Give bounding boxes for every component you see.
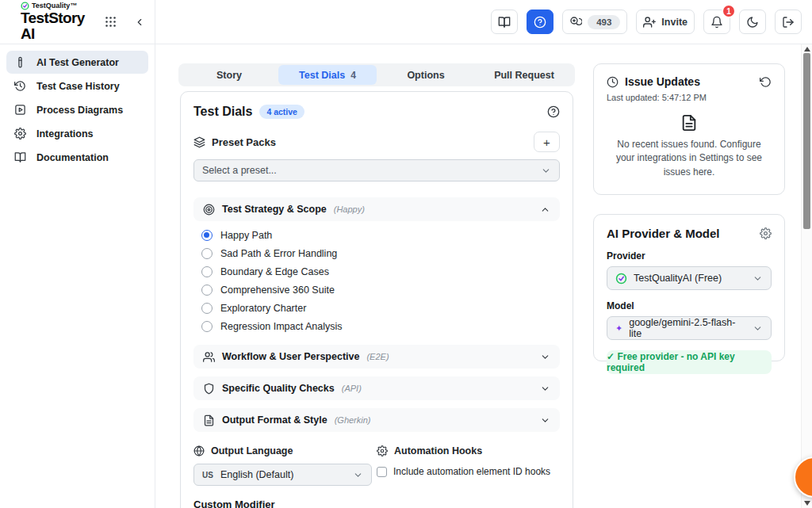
provider-select[interactable]: TestQualityAI (Free) <box>607 266 772 290</box>
tab-label: Story <box>216 70 242 81</box>
brand-small-label: TestQuality™ <box>32 2 77 10</box>
sidebar-item-integrations[interactable]: Integrations <box>6 122 148 145</box>
radio-input[interactable] <box>201 248 213 259</box>
section-title: Specific Quality Checks <box>222 383 335 394</box>
provider-settings-button[interactable] <box>760 227 772 239</box>
chevron-down-icon <box>540 384 550 394</box>
language-flag-prefix: US <box>202 471 213 479</box>
active-count-badge: 4 active <box>259 105 304 119</box>
invite-label: Invite <box>661 17 688 28</box>
ai-provider-card: AI Provider & Model Provider TestQuality… <box>593 214 785 361</box>
brand-logo[interactable]: TestQuality™ TestStory AI <box>21 2 90 42</box>
testquality-logo-icon <box>615 273 627 285</box>
section-workflow-user-perspective[interactable]: Workflow & User Perspective (E2E) <box>193 345 560 369</box>
sidebar-item-label: Documentation <box>36 152 109 163</box>
scrollbar-up-arrow[interactable] <box>804 47 810 52</box>
radio-input[interactable] <box>201 303 213 314</box>
chevron-down-icon <box>541 166 551 176</box>
automation-hooks-checkbox[interactable] <box>377 467 387 477</box>
model-select[interactable]: ✦ google/gemini-2.5-flash-lite <box>607 316 772 340</box>
theme-toggle-button[interactable] <box>739 10 766 34</box>
radio-input[interactable] <box>201 230 213 241</box>
radio-input[interactable] <box>201 285 213 296</box>
scrollbar-thumb[interactable] <box>803 53 810 229</box>
provider-value: TestQualityAI (Free) <box>634 273 722 284</box>
radio-label: Regression Impact Analysis <box>220 321 343 332</box>
section-test-strategy-scope[interactable]: Test Strategy & Scope (Happy) <box>193 197 560 221</box>
section-output-format-style[interactable]: Output Format & Style (Gherkin) <box>193 408 560 432</box>
target-icon <box>203 204 215 216</box>
tab-label: Pull Request <box>494 70 554 81</box>
docs-button[interactable] <box>491 10 518 34</box>
apps-grid-button[interactable] <box>102 13 120 31</box>
radio-option-exploratory-charter[interactable]: Exploratory Charter <box>201 299 560 317</box>
radio-input[interactable] <box>201 321 213 332</box>
radio-option-sad-path[interactable]: Sad Path & Error Handling <box>201 244 560 262</box>
logout-button[interactable] <box>775 10 802 34</box>
add-preset-button[interactable]: + <box>534 132 560 152</box>
strategy-radio-group: Happy Path Sad Path & Error Handling Bou… <box>193 221 560 338</box>
invite-button[interactable]: Invite <box>636 10 695 34</box>
notification-badge: 1 <box>722 4 736 18</box>
sidebar-nav: AI Test Generator Test Case History Proc… <box>0 44 155 508</box>
gear-icon <box>760 227 772 239</box>
tab-label: Test Dials <box>299 70 345 81</box>
tab-pull-request[interactable]: Pull Request <box>475 65 573 85</box>
tab-story[interactable]: Story <box>180 65 278 85</box>
refresh-icon <box>760 76 772 88</box>
globe-icon <box>193 445 205 456</box>
custom-modifier-label: Custom Modifier <box>193 498 560 508</box>
chevron-up-icon <box>540 204 550 215</box>
section-title: Output Format & Style <box>222 414 327 426</box>
panel-help-button[interactable] <box>547 105 560 118</box>
scrollbar-down-arrow[interactable] <box>804 501 810 506</box>
sidebar-collapse-button[interactable] <box>131 13 148 31</box>
radio-label: Exploratory Charter <box>220 303 306 314</box>
tab-bar: Story Test Dials 4 Options Pull Request <box>178 63 575 86</box>
tab-options[interactable]: Options <box>377 65 475 85</box>
model-label: Model <box>607 300 772 311</box>
sidebar-item-process-diagrams[interactable]: Process Diagrams <box>6 98 148 121</box>
help-icon <box>547 105 560 118</box>
help-button[interactable] <box>527 10 553 34</box>
ai-provider-title: AI Provider & Model <box>607 227 720 240</box>
sidebar-item-ai-test-generator[interactable]: AI Test Generator <box>6 51 148 74</box>
book-icon <box>14 151 26 163</box>
grid-icon <box>105 16 117 28</box>
radio-option-comprehensive-360[interactable]: Comprehensive 360 Suite <box>201 281 560 299</box>
sidebar-item-documentation[interactable]: Documentation <box>6 146 148 169</box>
automation-hooks-checkbox-row[interactable]: Include automation element ID hooks <box>377 466 560 477</box>
app-header: TestQuality™ TestStory AI <box>0 0 812 44</box>
book-icon <box>498 16 511 29</box>
output-language-select[interactable]: US English (Default) <box>193 464 372 486</box>
refresh-button[interactable] <box>760 76 772 88</box>
radio-label: Comprehensive 360 Suite <box>220 285 335 296</box>
radio-option-regression-impact[interactable]: Regression Impact Analysis <box>201 317 560 335</box>
notifications-button[interactable]: 1 <box>703 10 730 34</box>
section-specific-quality-checks[interactable]: Specific Quality Checks (API) <box>193 376 560 400</box>
chevron-down-icon <box>753 323 763 334</box>
section-title: Workflow & User Perspective <box>222 351 359 362</box>
radio-label: Happy Path <box>220 230 272 241</box>
brand-title: TestStory AI <box>21 10 90 42</box>
moon-icon <box>746 16 759 29</box>
sidebar-item-test-case-history[interactable]: Test Case History <box>6 74 148 97</box>
chevron-down-icon <box>753 273 763 284</box>
radio-option-happy-path[interactable]: Happy Path <box>201 226 560 244</box>
radio-label: Sad Path & Error Handling <box>220 248 337 259</box>
panel-title: Test Dials <box>193 105 252 119</box>
gear-icon <box>14 128 26 139</box>
tab-test-dials[interactable]: Test Dials 4 <box>278 65 377 85</box>
radio-input[interactable] <box>201 266 213 277</box>
radio-option-boundary-edge[interactable]: Boundary & Edge Cases <box>201 262 560 281</box>
layers-icon <box>193 136 205 148</box>
section-annotation: (Happy) <box>334 204 365 214</box>
page-scrollbar[interactable] <box>801 44 812 508</box>
tokens-count: 493 <box>588 15 620 29</box>
sparkle-icon: ✦ <box>615 323 622 334</box>
tokens-button[interactable]: 493 <box>562 10 627 34</box>
bell-icon <box>710 16 723 29</box>
sidebar-item-label: AI Test Generator <box>36 57 119 68</box>
preset-select[interactable]: Select a preset... <box>193 159 560 181</box>
test-dials-panel: Test Dials 4 active Preset Packs + Selec… <box>180 91 573 508</box>
